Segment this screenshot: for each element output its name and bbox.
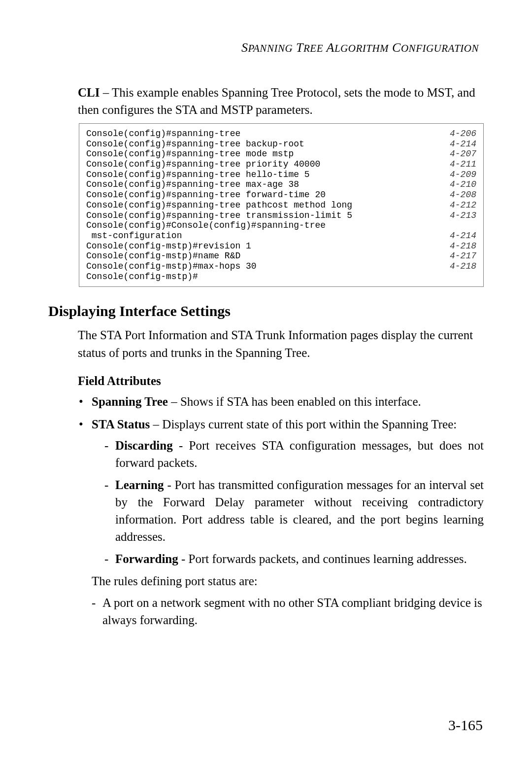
cli-command: Console(config)#spanning-tree priority 4… [86,159,320,170]
cli-intro-text: – This example enables Spanning Tree Pro… [78,86,475,116]
cli-line: Console(config)#Console(config)#spanning… [86,220,476,231]
cli-reference: 4-207 [450,149,476,159]
rules-list: A port on a network segment with no othe… [92,594,484,629]
attr-desc: – Shows if STA has been enabled on this … [168,395,421,408]
cli-reference: 4-217 [450,251,476,261]
cli-line: Console(config-mstp)#revision 14-218 [86,241,476,251]
section-intro-paragraph: The STA Port Information and STA Trunk I… [78,326,484,361]
cli-reference: 4-210 [450,179,476,190]
cli-line: Console(config)#spanning-tree priority 4… [86,159,476,170]
attr-term: STA Status [92,418,150,431]
list-item: A port on a network segment with no othe… [92,594,484,629]
status-desc: - Port has transmitted configuration mes… [115,478,484,543]
cli-line: Console(config)#spanning-tree backup-roo… [86,139,476,149]
cli-command: Console(config)#spanning-tree forward-ti… [86,190,326,200]
field-attributes-heading: Field Attributes [78,374,484,388]
attr-term: Spanning Tree [92,395,168,408]
cli-reference: 4-218 [450,261,476,272]
attr-desc: – Displays current state of this port wi… [150,418,457,431]
cli-reference: 4-218 [450,241,476,251]
list-item: Spanning Tree – Shows if STA has been en… [78,393,484,411]
cli-intro-paragraph: CLI – This example enables Spanning Tree… [78,84,484,118]
list-item: Forwarding - Port forwards packets, and … [104,550,484,567]
cli-line: Console(config)#spanning-tree4-206 [86,129,476,139]
cli-command: Console(config)#Console(config)#spanning… [86,220,326,231]
cli-command: Console(config)#spanning-tree max-age 38 [86,179,299,190]
cli-reference: 4-206 [450,129,476,139]
cli-command: Console(config-mstp)#name R&D [86,251,240,261]
status-term: Discarding [115,439,173,452]
cli-reference: 4-214 [450,139,476,149]
cli-line: Console(config-mstp)#name R&D4-217 [86,251,476,261]
cli-reference: 4-212 [450,200,476,211]
rules-intro: The rules defining port status are: [92,572,484,590]
cli-line: mst-configuration4-214 [86,231,476,241]
status-term: Learning [115,478,164,492]
list-item: Discarding - Port receives STA configura… [104,437,484,471]
cli-command: Console(config)#spanning-tree [86,129,240,139]
running-header: SPANNING TREE ALGORITHM CONFIGURATION [48,40,479,55]
cli-command: mst-configuration [86,231,182,241]
cli-command: Console(config)#spanning-tree mode mstp [86,149,294,159]
cli-reference: 4-214 [450,231,476,241]
cli-line: Console(config-mstp)# [86,272,476,282]
cli-line: Console(config)#spanning-tree mode mstp4… [86,149,476,159]
section-heading: Displaying Interface Settings [48,303,484,319]
status-term: Forwarding [115,552,178,565]
status-desc: - Port forwards packets, and continues l… [178,552,467,565]
cli-command: Console(config-mstp)#revision 1 [86,241,251,251]
cli-line: Console(config)#spanning-tree hello-time… [86,170,476,180]
cli-command: Console(config)#spanning-tree transmissi… [86,211,352,221]
cli-reference: 4-209 [450,170,476,180]
cli-line: Console(config)#spanning-tree transmissi… [86,211,476,221]
cli-command: Console(config-mstp)#max-hops 30 [86,261,257,272]
cli-reference: 4-211 [450,159,476,170]
list-item: Learning - Port has transmitted configur… [104,476,484,545]
cli-reference: 4-213 [450,211,476,221]
cli-line: Console(config-mstp)#max-hops 304-218 [86,261,476,272]
status-sublist: Discarding - Port receives STA configura… [104,437,484,567]
page-number: 3-165 [448,717,483,734]
cli-label: CLI [78,86,100,99]
cli-reference: 4-208 [450,190,476,200]
cli-line: Console(config)#spanning-tree forward-ti… [86,190,476,200]
field-attributes-list: Spanning Tree – Shows if STA has been en… [78,393,484,567]
cli-code-block: Console(config)#spanning-tree4-206Consol… [79,123,484,287]
cli-command: Console(config-mstp)# [86,272,198,282]
cli-command: Console(config)#spanning-tree hello-time… [86,170,310,180]
cli-line: Console(config)#spanning-tree pathcost m… [86,200,476,211]
cli-line: Console(config)#spanning-tree max-age 38… [86,179,476,190]
list-item: STA Status – Displays current state of t… [78,416,484,568]
cli-command: Console(config)#spanning-tree backup-roo… [86,139,304,149]
cli-command: Console(config)#spanning-tree pathcost m… [86,200,352,211]
